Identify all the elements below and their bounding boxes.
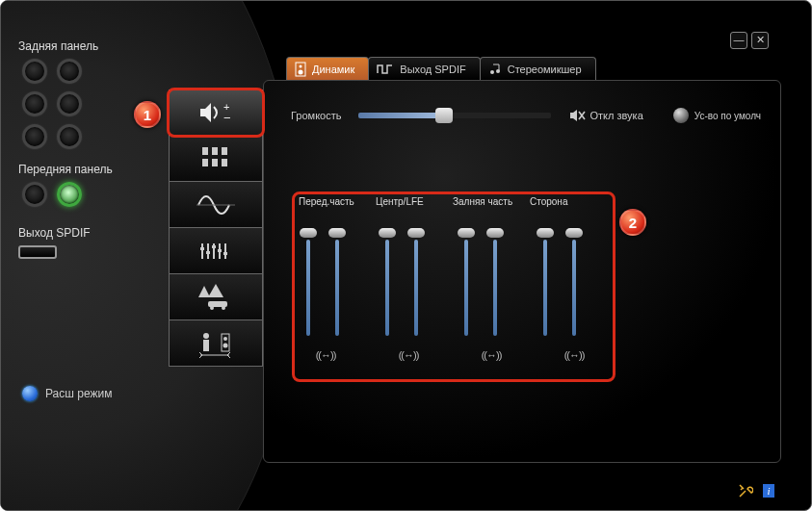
svg-rect-17 [218, 249, 222, 252]
svg-marker-19 [198, 286, 210, 297]
mute-icon [568, 109, 586, 122]
jack-rear-6[interactable] [57, 124, 82, 149]
svg-rect-2 [202, 147, 208, 155]
jack-front-2-active[interactable] [57, 182, 82, 207]
square-wave-icon [377, 64, 394, 75]
slider-rear-l[interactable] [460, 228, 472, 336]
jack-rear-2[interactable] [57, 59, 82, 84]
svg-rect-3 [212, 147, 218, 155]
top-tabs: Динамик Выход SPDIF Стереомикшер [286, 57, 595, 80]
speaker-icon [295, 62, 306, 77]
svg-rect-25 [203, 340, 209, 351]
chan-header-side: Сторона [530, 196, 607, 207]
mute-label: Откл звука [589, 110, 642, 121]
svg-point-33 [496, 69, 500, 73]
svg-point-31 [299, 69, 303, 74]
volume-thumb[interactable] [435, 108, 453, 123]
svg-point-28 [223, 343, 228, 347]
front-panel-label: Передняя панель [18, 163, 148, 176]
speaker-grid-icon [196, 143, 235, 174]
tab-spdif[interactable]: Выход SPDIF [368, 57, 480, 80]
tab-label: Динамик [312, 64, 354, 75]
svg-rect-15 [206, 251, 210, 254]
nav-sine[interactable] [169, 182, 263, 228]
svg-point-32 [490, 70, 494, 74]
slider-side-r[interactable] [568, 228, 580, 336]
channel-headers: Перед.часть Центр/LFE Залняя часть Сторо… [297, 194, 615, 217]
svg-point-27 [223, 337, 227, 341]
svg-rect-18 [223, 252, 227, 255]
svg-rect-7 [222, 159, 227, 166]
slider-center[interactable] [381, 228, 393, 336]
svg-rect-6 [212, 159, 218, 166]
svg-rect-26 [222, 334, 229, 351]
jack-rear-5[interactable] [22, 124, 47, 149]
side-mode-nav: + − [169, 89, 263, 367]
nav-room-correction[interactable] [169, 320, 263, 367]
chan-header-front: Перед.часть [299, 196, 376, 207]
default-device-button[interactable]: Ус-во по умолч [673, 108, 761, 123]
jack-rear-4[interactable] [57, 91, 82, 116]
slider-front-r[interactable] [331, 228, 343, 336]
svg-marker-20 [208, 284, 223, 297]
tab-speaker[interactable]: Динамик [286, 57, 369, 80]
default-device-label: Ус-во по умолч [694, 111, 761, 121]
svg-rect-4 [222, 147, 227, 155]
person-speaker-icon [195, 328, 237, 359]
jack-front-1[interactable] [22, 182, 47, 207]
pan-center[interactable]: ((↔)) [391, 349, 426, 361]
window-controls: — ✕ [730, 32, 769, 49]
pan-rear[interactable]: ((↔)) [474, 349, 509, 361]
callout-badge-2: 2 [619, 209, 646, 236]
tools-icon[interactable] [738, 483, 753, 498]
minimize-button[interactable]: — [730, 32, 747, 49]
chan-header-center: Центр/LFE [376, 196, 453, 207]
grey-sphere-icon [673, 108, 689, 123]
trees-car-icon [195, 282, 237, 313]
slider-side-l[interactable] [539, 228, 551, 336]
pan-front[interactable]: ((↔)) [308, 349, 343, 361]
advanced-mode-label: Расш режим [45, 387, 112, 400]
info-icon[interactable]: i [761, 483, 776, 498]
jack-rear-3[interactable] [22, 91, 47, 116]
volume-slider[interactable] [358, 113, 551, 118]
slider-rear-r[interactable] [489, 228, 501, 336]
svg-point-24 [203, 333, 209, 339]
volume-label: Громкость [291, 110, 341, 121]
svg-rect-16 [212, 245, 216, 248]
main-panel: Громкость Откл звука Ус-во по умолч Пере… [263, 80, 781, 463]
slider-front-l[interactable] [302, 228, 314, 336]
tools-tray: i [738, 483, 776, 498]
nav-volume[interactable]: + − [169, 89, 263, 136]
channel-panel: Перед.часть Центр/LFE Залняя часть Сторо… [297, 194, 615, 379]
spdif-port[interactable] [18, 245, 57, 259]
callout-badge-1: 1 [134, 101, 161, 128]
speaker-plus-minus-icon: + − [195, 99, 237, 126]
svg-point-22 [210, 306, 214, 310]
svg-text:i: i [767, 485, 770, 497]
svg-rect-5 [202, 159, 208, 166]
equalizer-icon [195, 238, 237, 265]
svg-rect-21 [208, 301, 227, 307]
mute-button[interactable]: Откл звука [568, 109, 642, 122]
nav-speaker-config[interactable] [169, 136, 263, 182]
close-button[interactable]: ✕ [751, 32, 769, 49]
music-note-icon [488, 63, 502, 76]
left-panel: Задняя панель Передняя панель Выход SPDI… [18, 39, 148, 259]
nav-equalizer[interactable] [169, 228, 263, 274]
nav-environment[interactable] [169, 274, 263, 320]
advanced-mode-button[interactable]: Расш режим [22, 386, 112, 401]
tab-stereomix[interactable]: Стереомикшер [480, 57, 596, 80]
app-window: — ✕ Задняя панель Передняя панель Выход … [0, 0, 812, 511]
svg-rect-14 [200, 247, 204, 250]
blue-sphere-icon [22, 386, 38, 401]
svg-point-23 [222, 306, 225, 310]
svg-text:−: − [223, 111, 231, 125]
slider-lfe[interactable] [410, 228, 422, 336]
tab-label: Выход SPDIF [400, 64, 465, 75]
tab-label: Стереомикшер [508, 64, 582, 75]
pan-side[interactable]: ((↔)) [557, 349, 591, 361]
chan-header-rear: Залняя часть [453, 196, 530, 207]
spdif-label: Выход SPDIF [18, 226, 148, 240]
jack-rear-1[interactable] [22, 59, 47, 84]
